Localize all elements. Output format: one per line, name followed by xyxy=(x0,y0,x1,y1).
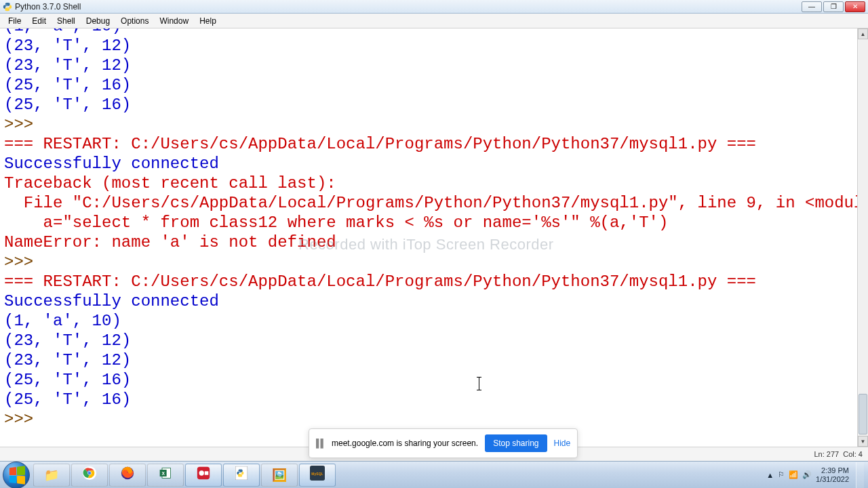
minimize-button[interactable]: — xyxy=(802,1,822,12)
tray-date: 1/31/2022 xyxy=(816,475,849,484)
stop-sharing-button[interactable]: Stop sharing xyxy=(485,434,547,452)
taskbar-recorder[interactable] xyxy=(185,464,222,487)
taskbar: 📁 X 🖼️ MySQL ▲ ⚐ 📶 🔊 2:39 PM 1/31/2022 xyxy=(0,461,868,488)
scroll-thumb[interactable] xyxy=(859,394,867,434)
svg-text:MySQL: MySQL xyxy=(311,472,323,476)
tray-flag-icon[interactable]: ⚐ xyxy=(778,470,785,479)
text-cursor-icon xyxy=(479,377,479,390)
taskbar-firefox[interactable] xyxy=(109,464,146,487)
svg-rect-9 xyxy=(205,471,209,475)
taskbar-mysql[interactable]: MySQL xyxy=(299,464,336,487)
mysql-icon: MySQL xyxy=(310,466,325,484)
chrome-icon xyxy=(82,466,97,484)
tray-up-icon[interactable]: ▲ xyxy=(766,471,774,479)
menubar: File Edit Shell Debug Options Window Hel… xyxy=(0,14,868,28)
show-desktop-button[interactable] xyxy=(856,462,864,488)
svg-point-8 xyxy=(199,470,204,475)
python-icon xyxy=(3,2,12,12)
taskbar-idle[interactable] xyxy=(223,464,260,487)
titlebar: Python 3.7.0 Shell — ❐ ✕ xyxy=(0,0,868,14)
svg-text:X: X xyxy=(161,471,165,476)
picture-icon: 🖼️ xyxy=(272,468,287,483)
system-tray: ▲ ⚐ 📶 🔊 2:39 PM 1/31/2022 xyxy=(762,462,868,488)
tray-network-icon[interactable]: 📶 xyxy=(789,470,798,479)
scroll-up-button[interactable]: ▲ xyxy=(858,28,868,39)
menu-edit[interactable]: Edit xyxy=(26,15,52,27)
firefox-icon xyxy=(120,466,135,484)
scroll-down-button[interactable]: ▼ xyxy=(858,436,868,447)
menu-help[interactable]: Help xyxy=(194,15,222,27)
pause-icon: ▌▌ xyxy=(316,439,325,448)
menu-file[interactable]: File xyxy=(3,15,26,27)
shell-output[interactable]: (1, 'a', 10)(23, 'T', 12)(23, 'T', 12)(2… xyxy=(0,28,857,447)
maximize-button[interactable]: ❐ xyxy=(823,1,844,12)
tray-volume-icon[interactable]: 🔊 xyxy=(802,470,812,479)
menu-options[interactable]: Options xyxy=(115,15,154,27)
screen-share-popup: ▌▌ meet.google.com is sharing your scree… xyxy=(309,428,578,458)
svg-point-2 xyxy=(88,472,92,475)
taskbar-pictures[interactable]: 🖼️ xyxy=(261,464,298,487)
python-file-icon xyxy=(235,466,248,483)
taskbar-excel[interactable]: X xyxy=(147,464,184,487)
folder-icon: 📁 xyxy=(44,468,59,483)
status-col: Col: 4 xyxy=(843,450,863,458)
scrollbar[interactable]: ▲ ▼ xyxy=(857,28,868,447)
menu-debug[interactable]: Debug xyxy=(81,15,115,27)
window-title: Python 3.7.0 Shell xyxy=(15,2,802,12)
taskbar-explorer[interactable]: 📁 xyxy=(33,464,70,487)
taskbar-chrome[interactable] xyxy=(71,464,108,487)
menu-shell[interactable]: Shell xyxy=(52,15,81,27)
status-line: Ln: 277 xyxy=(814,450,839,458)
menu-window[interactable]: Window xyxy=(154,15,194,27)
excel-icon: X xyxy=(159,466,172,483)
window-controls: — ❐ ✕ xyxy=(802,1,865,12)
close-button[interactable]: ✕ xyxy=(845,1,865,12)
start-button[interactable] xyxy=(3,462,30,489)
hide-share-button[interactable]: Hide xyxy=(554,439,571,448)
tray-clock[interactable]: 2:39 PM 1/31/2022 xyxy=(816,466,852,484)
tray-time: 2:39 PM xyxy=(816,466,849,475)
recorder-icon xyxy=(196,466,211,484)
share-text: meet.google.com is sharing your screen. xyxy=(332,439,478,448)
